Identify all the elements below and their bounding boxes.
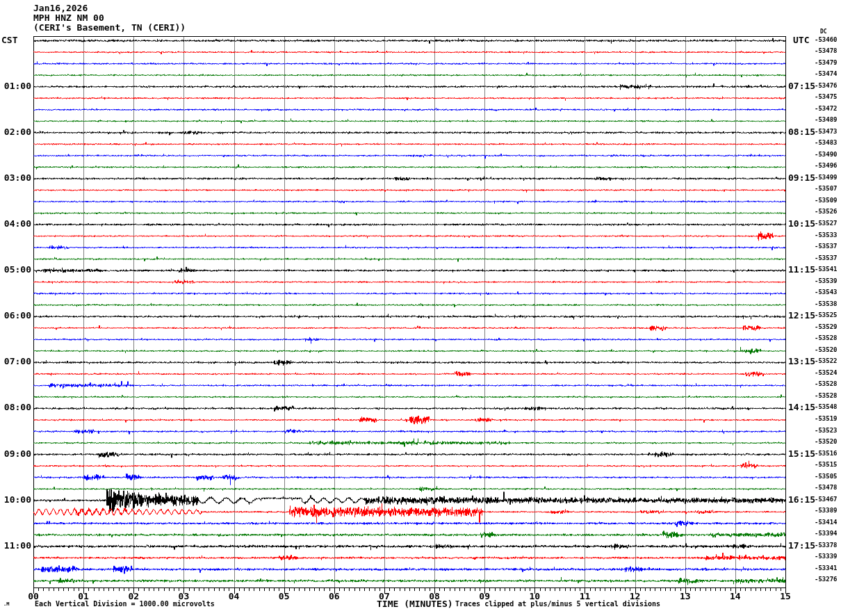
dc-value-label: -53507 [815, 186, 838, 192]
clip-note: Traces clipped at plus/minus 5 vertical … [455, 601, 660, 608]
right-time-label: 07:15 [788, 81, 815, 91]
dc-value-label: -53472 [815, 106, 838, 112]
left-time-label: 03:00 [0, 173, 31, 183]
dc-value-label: -53525 [815, 312, 838, 318]
scale-note: Each Vertical Division = 1000.00 microvo… [35, 601, 215, 608]
dc-value-label: -53394 [815, 530, 838, 537]
left-time-label: 01:00 [0, 81, 31, 91]
helicorder-app: Jan16,2026 MPH HNZ NM 00 (CERI's Basemen… [0, 0, 841, 616]
dc-column-header: DC [820, 29, 827, 35]
dc-value-label: -53474 [815, 71, 838, 77]
left-time-label: 07:00 [0, 357, 31, 366]
right-time-label: 13:15 [788, 357, 815, 366]
dc-value-label: -53478 [815, 48, 838, 54]
dc-value-label: -53528 [815, 381, 838, 387]
dc-value-label: -53476 [815, 83, 838, 89]
dc-value-label: -53528 [815, 393, 838, 399]
left-time-label: 08:00 [0, 403, 31, 412]
right-time-label: 08:15 [788, 127, 815, 137]
watermark-mark: .M [3, 602, 9, 607]
dc-value-label: -53548 [815, 404, 838, 410]
dc-value-label: -53533 [815, 232, 838, 238]
dc-value-label: -53520 [815, 439, 838, 445]
left-time-label: 05:00 [0, 265, 31, 275]
dc-value-label: -53538 [815, 301, 838, 307]
dc-value-label: -53478 [815, 485, 838, 491]
dc-value-label: -53539 [815, 278, 838, 284]
dc-value-label: -53389 [815, 508, 838, 514]
dc-value-label: -53519 [815, 416, 838, 422]
dc-value-label: -53528 [815, 335, 838, 341]
right-time-label: 15:15 [788, 449, 815, 459]
helicorder-canvas [0, 0, 841, 616]
dc-value-label: -53505 [815, 473, 838, 480]
dc-value-label: -53339 [815, 553, 838, 560]
right-time-label: 16:15 [788, 495, 815, 505]
right-time-label: 11:15 [788, 265, 815, 275]
left-time-label: 11:00 [0, 541, 31, 551]
title-location: (CERI's Basement, TN (CERI)) [33, 23, 186, 33]
right-time-label: 10:15 [788, 219, 815, 229]
dc-value-label: -53537 [815, 255, 838, 261]
left-time-label: 10:00 [0, 495, 31, 505]
left-time-label: 02:00 [0, 127, 31, 137]
dc-value-label: -53414 [815, 519, 838, 526]
left-time-label: 04:00 [0, 219, 31, 229]
right-time-label: 17:15 [788, 541, 815, 551]
x-tick-label: 14 [721, 592, 749, 601]
left-time-label: 09:00 [0, 449, 31, 459]
dc-value-label: -53475 [815, 94, 838, 100]
dc-value-label: -53378 [815, 542, 838, 549]
dc-value-label: -53529 [815, 324, 838, 330]
x-tick-label: 06 [320, 592, 348, 601]
title-date: Jan16,2026 [33, 3, 88, 13]
dc-value-label: -53522 [815, 358, 838, 364]
dc-value-label: -53467 [815, 496, 838, 503]
x-tick-label: 13 [671, 592, 699, 601]
dc-value-label: -53516 [815, 451, 838, 457]
dc-value-label: -53473 [815, 129, 838, 135]
dc-value-label: -53490 [815, 152, 838, 158]
right-timezone-header: UTC [793, 35, 809, 45]
dc-value-label: -53341 [815, 565, 838, 572]
right-time-label: 12:15 [788, 311, 815, 321]
left-time-label: 06:00 [0, 311, 31, 321]
dc-value-label: -53523 [815, 428, 838, 434]
dc-value-label: -53527 [815, 220, 838, 227]
dc-value-label: -53509 [815, 197, 838, 204]
dc-value-label: -53479 [815, 60, 838, 66]
x-tick-label: 15 [771, 592, 799, 601]
dc-value-label: -53537 [815, 243, 838, 250]
title-station: MPH HNZ NM 00 [33, 13, 104, 23]
dc-value-label: -53499 [815, 175, 838, 181]
right-time-label: 09:15 [788, 173, 815, 183]
dc-value-label: -53541 [815, 266, 838, 273]
dc-value-label: -53483 [815, 140, 838, 146]
dc-value-label: -53520 [815, 347, 838, 353]
dc-value-label: -53526 [815, 209, 838, 215]
left-timezone-header: CST [1, 35, 17, 45]
x-tick-label: 04 [220, 592, 248, 601]
dc-value-label: -53489 [815, 117, 838, 123]
x-axis-label: TIME (MINUTES) [377, 599, 453, 609]
dc-value-label: -53515 [815, 462, 838, 468]
dc-value-label: -53543 [815, 289, 838, 295]
dc-value-label: -53460 [815, 37, 838, 43]
dc-value-label: -53524 [815, 370, 838, 376]
dc-value-label: -53496 [815, 163, 838, 169]
dc-value-label: -53276 [815, 576, 838, 583]
right-time-label: 14:15 [788, 403, 815, 412]
x-tick-label: 05 [270, 592, 298, 601]
